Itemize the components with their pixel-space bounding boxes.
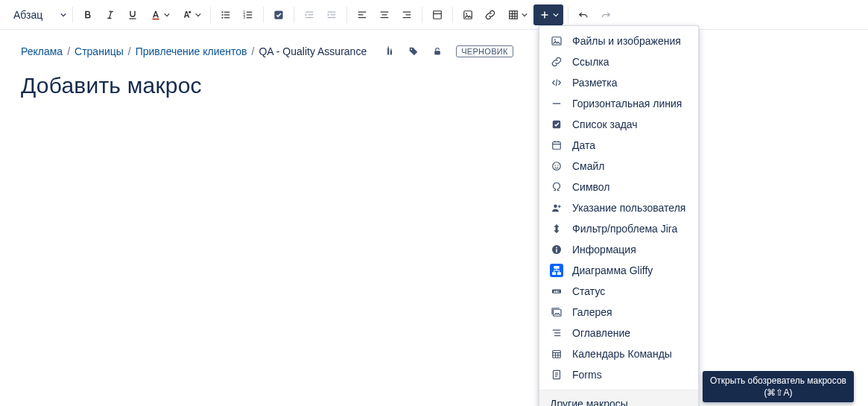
align-left-button[interactable]: [352, 4, 373, 25]
image-icon: [550, 34, 563, 48]
insert-gallery[interactable]: Галерея: [539, 302, 698, 323]
svg-rect-40: [434, 51, 440, 54]
insert-link[interactable]: Ссылка: [539, 51, 698, 72]
outdent-button[interactable]: [299, 4, 320, 25]
svg-point-54: [556, 247, 557, 248]
svg-rect-34: [510, 10, 518, 19]
svg-rect-14: [275, 10, 283, 19]
other-macros[interactable]: Другие макросы: [539, 390, 698, 406]
more-formatting-button[interactable]: [176, 4, 206, 25]
media-button[interactable]: [457, 4, 478, 25]
align-center-button[interactable]: [374, 4, 395, 25]
menu-label: Календарь Команды: [572, 348, 672, 360]
link-button[interactable]: [480, 4, 501, 25]
insert-jira-filter[interactable]: Фильтр/проблема Jira: [539, 218, 698, 239]
underline-button[interactable]: [122, 4, 143, 25]
svg-point-51: [557, 165, 559, 166]
chevron-down-icon: [60, 12, 66, 18]
labels-icon[interactable]: [405, 43, 422, 60]
insert-forms[interactable]: Forms: [539, 364, 698, 385]
task-list-button[interactable]: [268, 4, 289, 25]
redo-button[interactable]: [595, 4, 616, 25]
layout-button[interactable]: [427, 4, 448, 25]
insert-files-images[interactable]: Файлы и изображения: [539, 31, 698, 51]
undo-button[interactable]: [573, 4, 594, 25]
italic-button[interactable]: [100, 4, 121, 25]
indent-button[interactable]: [321, 4, 342, 25]
insert-status[interactable]: ABCСтатус: [539, 281, 698, 302]
insert-date[interactable]: Дата: [539, 135, 698, 156]
smile-icon: [550, 159, 563, 173]
insert-emoji[interactable]: Смайл: [539, 156, 698, 177]
insert-task-list[interactable]: Список задач: [539, 114, 698, 135]
svg-rect-29: [403, 17, 411, 18]
breadcrumb-link[interactable]: Страницы: [75, 45, 124, 57]
table-button[interactable]: [502, 4, 532, 25]
svg-rect-7: [224, 17, 230, 18]
insert-symbol[interactable]: Символ: [539, 177, 698, 197]
checkbox-icon: [550, 118, 563, 131]
menu-label: Диаграмма Gliffy: [572, 264, 653, 276]
link-icon: [550, 55, 563, 69]
heading-select-label: Абзац: [13, 9, 42, 21]
menu-label: Символ: [572, 181, 609, 193]
menu-label: Горизонтальная линия: [572, 98, 682, 110]
person-plus-icon: [550, 201, 563, 215]
text-color-button[interactable]: [145, 4, 174, 25]
bold-button[interactable]: [77, 4, 98, 25]
chevron-down-icon: [164, 12, 170, 18]
insert-info-panel[interactable]: Информация: [539, 239, 698, 260]
editor-toolbar: Абзац 123: [0, 0, 868, 30]
svg-rect-16: [308, 14, 314, 15]
menu-label: Статус: [572, 285, 605, 297]
calendar-icon: [550, 139, 563, 152]
status-icon: ABC: [550, 285, 563, 298]
svg-point-42: [554, 39, 556, 41]
list-icon: [550, 326, 563, 340]
svg-rect-57: [552, 272, 556, 275]
svg-rect-45: [553, 142, 561, 150]
svg-point-33: [466, 13, 467, 14]
svg-rect-22: [358, 14, 364, 15]
chevron-down-icon: [522, 12, 528, 18]
chevron-down-icon: [553, 12, 559, 18]
svg-rect-65: [553, 351, 561, 358]
jira-icon: [550, 222, 563, 235]
numbered-list-button[interactable]: 123: [238, 4, 259, 25]
svg-rect-18: [328, 11, 336, 12]
insert-gliffy[interactable]: Диаграмма Gliffy: [539, 260, 698, 281]
breadcrumb-link[interactable]: Привлечение клиентов: [136, 45, 247, 57]
restrictions-icon[interactable]: [429, 43, 446, 60]
status-badge: ЧЕРНОВИК: [456, 45, 513, 57]
minus-icon: [550, 97, 563, 110]
menu-label: Разметка: [572, 77, 618, 89]
svg-point-50: [554, 165, 556, 166]
insert-team-calendar[interactable]: Календарь Команды: [539, 343, 698, 364]
svg-rect-25: [382, 14, 387, 15]
svg-rect-28: [406, 14, 411, 15]
svg-point-1: [189, 10, 191, 13]
gliffy-icon: [550, 264, 563, 277]
svg-rect-56: [554, 266, 560, 269]
svg-rect-55: [556, 249, 557, 253]
bullet-list-button[interactable]: [215, 4, 236, 25]
menu-label: Файлы и изображения: [572, 35, 681, 47]
svg-rect-24: [381, 11, 389, 12]
location-icon[interactable]: [381, 43, 398, 60]
breadcrumb-link[interactable]: Реклама: [21, 45, 63, 57]
insert-mention[interactable]: Указание пользователя: [539, 197, 698, 218]
heading-select[interactable]: Абзац: [7, 6, 72, 24]
align-right-button[interactable]: [396, 4, 417, 25]
insert-horizontal-rule[interactable]: Горизонтальная линия: [539, 93, 698, 114]
page-title: Добавить макрос: [21, 73, 861, 98]
svg-rect-61: [554, 309, 562, 316]
insert-markup[interactable]: Разметка: [539, 72, 698, 93]
svg-rect-26: [381, 17, 389, 18]
svg-rect-15: [305, 11, 314, 12]
insert-button[interactable]: [533, 4, 563, 25]
insert-toc[interactable]: Оглавление: [539, 323, 698, 343]
tooltip: Открыть обозреватель макросов (⌘⇧A): [703, 371, 854, 402]
menu-label: Другие макросы: [550, 398, 628, 406]
svg-point-6: [222, 16, 224, 18]
menu-label: Forms: [572, 369, 602, 381]
